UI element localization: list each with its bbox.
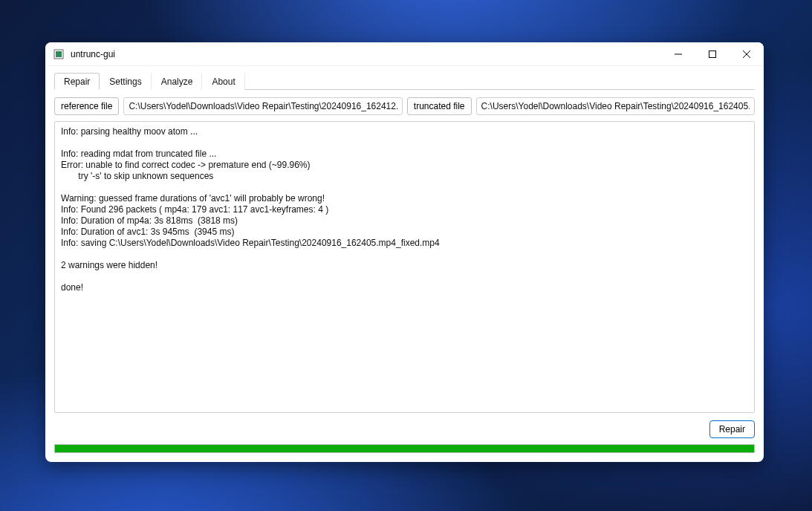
close-button[interactable] xyxy=(730,42,764,66)
tab-about[interactable]: About xyxy=(202,73,244,90)
tab-repair[interactable]: Repair xyxy=(54,73,100,90)
log-output[interactable]: Info: parsing healthy moov atom ... Info… xyxy=(54,121,755,413)
tab-settings[interactable]: Settings xyxy=(100,73,151,90)
app-window: untrunc-gui Repair Settings Analyze Abou… xyxy=(45,42,764,462)
truncated-file-button[interactable]: truncated file xyxy=(407,97,472,115)
tab-analyze[interactable]: Analyze xyxy=(152,73,203,90)
window-controls xyxy=(661,42,764,66)
minimize-button[interactable] xyxy=(661,42,695,66)
tab-bar: Repair Settings Analyze About xyxy=(54,72,755,90)
truncated-file-input[interactable] xyxy=(476,97,755,115)
svg-rect-1 xyxy=(56,51,62,57)
svg-rect-3 xyxy=(709,51,716,57)
app-icon xyxy=(53,48,65,60)
reference-file-input[interactable] xyxy=(123,97,402,115)
repair-button[interactable]: Repair xyxy=(709,420,755,438)
titlebar[interactable]: untrunc-gui xyxy=(45,42,764,66)
file-row: reference file truncated file xyxy=(54,97,755,115)
progress-bar xyxy=(54,444,755,453)
window-title: untrunc-gui xyxy=(71,49,115,59)
reference-file-button[interactable]: reference file xyxy=(54,97,119,115)
action-row: Repair xyxy=(54,420,755,438)
client-area: Repair Settings Analyze About reference … xyxy=(45,66,764,462)
maximize-button[interactable] xyxy=(695,42,730,66)
